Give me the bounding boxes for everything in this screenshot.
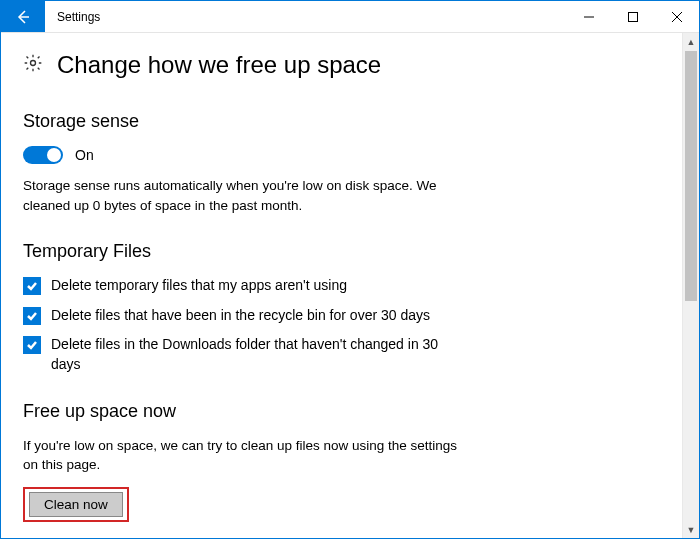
temp-files-section: Temporary Files Delete temporary files t… [23, 241, 463, 374]
storage-sense-description: Storage sense runs automatically when yo… [23, 176, 463, 215]
maximize-button[interactable] [611, 1, 655, 32]
check-icon [26, 310, 38, 322]
scroll-down-arrow-icon[interactable]: ▼ [683, 521, 699, 538]
scroll-thumb[interactable] [685, 51, 697, 301]
free-up-description: If you're low on space, we can try to cl… [23, 436, 463, 475]
check-icon [26, 280, 38, 292]
free-up-heading: Free up space now [23, 401, 463, 422]
vertical-scrollbar[interactable]: ▲ ▼ [682, 33, 699, 538]
temp-option-label: Delete temporary files that my apps aren… [51, 276, 347, 296]
close-button[interactable] [655, 1, 699, 32]
temp-files-heading: Temporary Files [23, 241, 463, 262]
checkbox-recycle-bin[interactable] [23, 307, 41, 325]
toggle-state-label: On [75, 147, 94, 163]
toggle-knob [47, 148, 61, 162]
content-area: Change how we free up space Storage sens… [1, 33, 682, 538]
minimize-button[interactable] [567, 1, 611, 32]
check-icon [26, 339, 38, 351]
gear-icon [23, 53, 43, 77]
window-title: Settings [45, 1, 567, 32]
checkbox-temp-apps[interactable] [23, 277, 41, 295]
window-controls [567, 1, 699, 32]
temp-option-label: Delete files in the Downloads folder tha… [51, 335, 463, 374]
checkbox-downloads[interactable] [23, 336, 41, 354]
arrow-left-icon [15, 9, 31, 25]
temp-option-2: Delete files that have been in the recyc… [23, 306, 463, 326]
svg-rect-0 [629, 12, 638, 21]
page-title: Change how we free up space [57, 51, 381, 79]
maximize-icon [628, 12, 638, 22]
temp-option-label: Delete files that have been in the recyc… [51, 306, 430, 326]
scroll-up-arrow-icon[interactable]: ▲ [683, 33, 699, 50]
titlebar: Settings [1, 1, 699, 33]
svg-point-1 [31, 61, 36, 66]
storage-sense-heading: Storage sense [23, 111, 463, 132]
back-button[interactable] [1, 1, 45, 32]
storage-sense-section: Storage sense On Storage sense runs auto… [23, 111, 463, 215]
page-header: Change how we free up space [23, 51, 658, 79]
temp-option-3: Delete files in the Downloads folder tha… [23, 335, 463, 374]
storage-sense-toggle[interactable] [23, 146, 63, 164]
close-icon [672, 12, 682, 22]
free-up-section: Free up space now If you're low on space… [23, 401, 463, 522]
minimize-icon [584, 12, 594, 22]
clean-now-button[interactable]: Clean now [29, 492, 123, 517]
highlight-box: Clean now [23, 487, 129, 522]
temp-option-1: Delete temporary files that my apps aren… [23, 276, 463, 296]
